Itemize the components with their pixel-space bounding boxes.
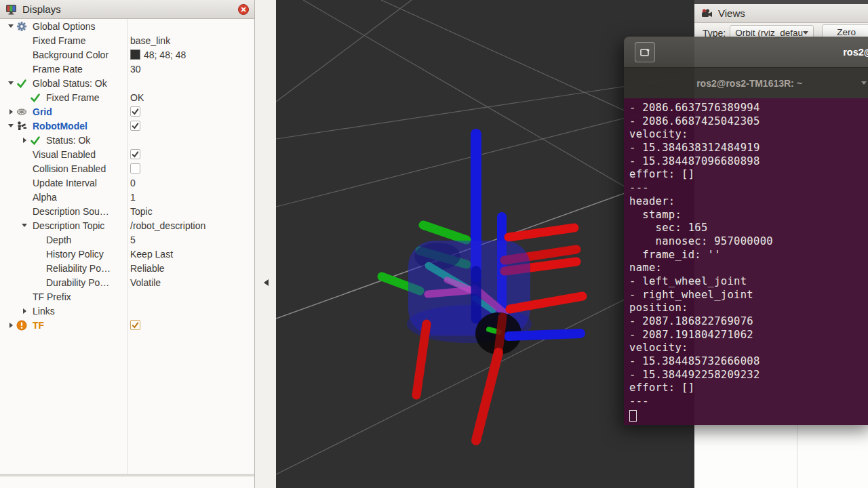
tree-row-status-ok[interactable]: Status: Ok	[0, 133, 254, 147]
tree-row-tf[interactable]: TF	[0, 318, 254, 332]
check-icon	[16, 78, 30, 89]
expander-closed-icon[interactable]	[5, 109, 16, 115]
terminal-line: - 15.384487096680898	[629, 155, 868, 169]
terminal-line: - 2086.6637576389994	[629, 102, 868, 115]
displays-panel: Displays ✕ Global OptionsFixed Framebase…	[0, 0, 255, 488]
new-tab-icon	[639, 47, 651, 58]
tree-row-grid[interactable]: Grid	[0, 104, 254, 119]
tree-row-links[interactable]: Links	[0, 304, 254, 318]
tree-row-robotmodel[interactable]: RobotModel	[0, 119, 254, 133]
displays-panel-title: Displays	[22, 3, 233, 15]
warning-icon	[16, 320, 30, 331]
tree-row-label: Status: Ok	[46, 135, 90, 146]
tree-row-durability-po[interactable]: Durability Po…Volatile	[0, 275, 254, 289]
property-value[interactable]: Volatile	[130, 277, 161, 288]
new-tab-button[interactable]	[635, 42, 655, 62]
grid-icon	[16, 106, 30, 117]
terminal-window: ros2@ ros2@ros2-TM1613R: ~ - 2086.663757…	[624, 37, 868, 425]
tree-row-label: Durability Po…	[46, 277, 109, 288]
property-value[interactable]: Keep Last	[130, 249, 173, 260]
tree-row-tf-prefix[interactable]: TF Prefix	[0, 289, 254, 304]
property-value[interactable]: 5	[130, 235, 136, 245]
terminal-line: - 15.384638312484919	[629, 142, 868, 155]
tree-row-fixed-frame[interactable]: Fixed FrameOK	[0, 90, 254, 104]
terminal-line: - right_wheel_joint	[629, 289, 868, 302]
property-value[interactable]: base_link	[130, 35, 170, 46]
tree-row-visual-enabled[interactable]: Visual Enabled	[0, 147, 254, 161]
displays-panel-icon	[5, 4, 17, 15]
tree-row-alpha[interactable]: Alpha1	[0, 190, 254, 204]
terminal-line: ---	[629, 182, 868, 195]
color-swatch	[130, 49, 140, 60]
robot-icon	[16, 121, 30, 131]
terminal-line: effort: []	[629, 382, 868, 395]
terminal-line: name:	[629, 262, 868, 275]
panel-splitter[interactable]	[255, 0, 276, 488]
expander-closed-icon[interactable]	[5, 323, 16, 328]
expander-closed-icon[interactable]	[19, 138, 30, 143]
tree-row-label: Frame Rate	[33, 64, 83, 75]
terminal-line: position:	[629, 302, 868, 315]
checkbox-visual-enabled[interactable]	[130, 149, 140, 159]
check-icon	[30, 92, 43, 103]
terminal-line: - 15.384492258209232	[629, 369, 868, 382]
checkbox-robotmodel[interactable]	[130, 121, 140, 131]
views-panel-title: Views	[718, 7, 861, 19]
terminal-line: stamp:	[629, 209, 868, 222]
tree-row-label: RobotModel	[33, 121, 87, 131]
tree-row-fixed-frame[interactable]: Fixed Framebase_link	[0, 33, 254, 47]
tree-row-reliability-po[interactable]: Reliability Po…Reliable	[0, 261, 254, 275]
terminal-line: velocity:	[629, 342, 868, 355]
terminal-header-bar[interactable]: ros2@	[624, 37, 868, 68]
tree-row-background-color[interactable]: Background Color48; 48; 48	[0, 47, 254, 62]
views-panel-titlebar[interactable]: Views	[694, 4, 868, 23]
displays-panel-titlebar[interactable]: Displays ✕	[0, 0, 254, 19]
property-value[interactable]: 48; 48; 48	[144, 49, 186, 60]
terminal-line: ---	[629, 395, 868, 409]
terminal-line: velocity:	[629, 128, 868, 142]
tree-row-label: Fixed Frame	[46, 92, 100, 103]
terminal-line: header:	[629, 195, 868, 209]
expander-open-icon[interactable]	[5, 81, 16, 85]
terminal-output[interactable]: - 2086.6637576389994- 2086.6687425042305…	[624, 98, 868, 425]
collapse-left-icon[interactable]	[264, 279, 269, 286]
property-value[interactable]: 0	[130, 178, 136, 188]
checkbox-collision-enabled[interactable]	[130, 163, 140, 174]
tree-row-frame-rate[interactable]: Frame Rate30	[0, 62, 254, 76]
property-value[interactable]: 1	[130, 192, 136, 203]
checkbox-grid[interactable]	[130, 106, 140, 117]
tree-row-label: Fixed Frame	[33, 35, 86, 46]
terminal-line: sec: 165	[629, 222, 868, 235]
terminal-tab[interactable]: ros2@ros2-TM1613R: ~	[696, 78, 802, 89]
expander-open-icon[interactable]	[19, 224, 30, 227]
tree-row-collision-enabled[interactable]: Collision Enabled	[0, 161, 254, 176]
displays-property-tree: Global OptionsFixed Framebase_linkBackgr…	[0, 19, 254, 474]
robot-model	[382, 134, 583, 441]
displays-panel-bottom-splitter[interactable]	[0, 474, 254, 488]
expander-closed-icon[interactable]	[19, 308, 30, 314]
tree-row-label: Description Topic	[33, 220, 104, 231]
checkbox-tf[interactable]	[130, 320, 140, 330]
property-value[interactable]: Reliable	[130, 263, 165, 274]
expander-open-icon[interactable]	[5, 24, 16, 28]
tree-row-global-options[interactable]: Global Options	[0, 19, 254, 33]
tree-row-label: Visual Enabled	[33, 149, 96, 160]
property-value[interactable]: 30	[130, 64, 141, 75]
property-value[interactable]: Topic	[130, 206, 153, 217]
tree-row-global-status-ok[interactable]: Global Status: Ok	[0, 76, 254, 90]
tree-row-label: Global Status: Ok	[33, 78, 107, 89]
tree-row-update-interval[interactable]: Update Interval0	[0, 176, 254, 190]
tab-list-chevron-icon[interactable]	[861, 81, 867, 85]
property-value[interactable]: OK	[130, 92, 144, 103]
tree-row-history-policy[interactable]: History PolicyKeep Last	[0, 247, 254, 261]
terminal-line: - 2087.186822769076	[629, 315, 868, 329]
close-icon[interactable]: ✕	[238, 4, 249, 15]
terminal-line: nanosec: 957000000	[629, 235, 868, 249]
tree-row-description-topic[interactable]: Description Topic/robot_description	[0, 218, 254, 232]
property-value[interactable]: /robot_description	[130, 220, 205, 231]
tree-row-description-sou[interactable]: Description Sou…Topic	[0, 204, 254, 218]
expander-open-icon[interactable]	[5, 124, 16, 127]
tree-row-depth[interactable]: Depth5	[0, 232, 254, 247]
tree-row-label: Update Interval	[33, 178, 97, 188]
tree-row-label: Reliability Po…	[46, 263, 111, 274]
